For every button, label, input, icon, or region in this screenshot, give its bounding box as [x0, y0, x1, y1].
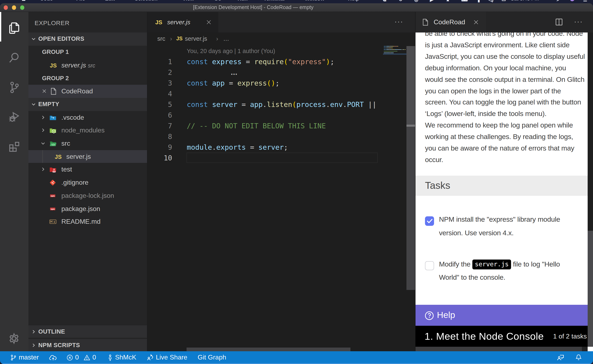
breadcrumbs[interactable]: src›JSserver.js›…	[147, 32, 415, 45]
menu-item-selection[interactable]: Selection	[135, 0, 158, 2]
apple-menu[interactable]	[21, 0, 26, 2]
siri-icon[interactable]	[570, 0, 574, 3]
menu-item-code[interactable]: Code	[40, 0, 53, 2]
activity-item-extensions[interactable]	[0, 132, 28, 161]
git-icon	[49, 179, 56, 186]
webview-vertical-scrollbar-thumb[interactable]	[588, 231, 593, 347]
tab-close-icon[interactable]	[206, 19, 212, 26]
play-icon[interactable]: ▶	[430, 0, 433, 3]
task-checkbox-unchecked[interactable]	[425, 261, 434, 270]
webview-horizontal-scrollbar[interactable]	[415, 347, 588, 351]
battery-icon[interactable]: ▭	[502, 0, 506, 3]
tree-item-node-modules[interactable]: JSnode_modules	[28, 124, 147, 137]
editor-vertical-scrollbar[interactable]	[406, 45, 415, 351]
split-editor-button[interactable]	[555, 18, 563, 28]
code-area[interactable]: You, 20 days ago | 1 author (You)1const …	[147, 45, 415, 351]
menu-item-run[interactable]: Run	[238, 0, 248, 2]
activity-item-settings[interactable]	[0, 324, 28, 353]
open-editor-item-server.js[interactable]: JSserver.js src	[28, 59, 147, 72]
tab-coderoad[interactable]: CodeRoad	[415, 12, 486, 32]
breadcrumb-symbol[interactable]: …	[223, 32, 229, 45]
tree-label: test	[61, 163, 72, 176]
menu-item-help[interactable]: Help	[348, 0, 359, 2]
scroll-thumb-top[interactable]	[406, 46, 415, 125]
menu-clock[interactable]: Sat 3:43 PM	[511, 0, 539, 2]
webview-scrollbar-corner	[588, 347, 593, 351]
status-item-feedback[interactable]	[556, 351, 565, 363]
webview-horizontal-scrollbar-thumb[interactable]	[415, 347, 582, 351]
status-item-0[interactable]: 0	[83, 351, 96, 363]
js-icon: JS	[155, 12, 162, 32]
traffic-close-button[interactable]	[4, 5, 8, 10]
title-bar[interactable]: [Extension Development Host] - CodeRoad …	[0, 3, 593, 12]
activity-item-search[interactable]	[0, 43, 28, 72]
editor-horizontal-scrollbar[interactable]	[186, 348, 350, 351]
minimap[interactable]	[383, 45, 406, 351]
task-checkbox-checked[interactable]	[425, 216, 434, 226]
lesson-bar[interactable]: 1. Meet the Node Console 1 of 2 tasks	[415, 326, 593, 347]
code-text: const app = express();	[187, 78, 280, 88]
section-header-npm-scripts[interactable]: NPM SCRIPTS	[28, 338, 147, 351]
section-header-open-editors[interactable]: OPEN EDITORS	[28, 33, 147, 46]
menu-item-file[interactable]: File	[76, 0, 85, 2]
tree-item-src[interactable]: </>src	[28, 137, 147, 150]
activity-item-run-debug[interactable]	[0, 102, 28, 132]
git-branch-icon	[10, 354, 17, 361]
airplay-icon[interactable]: ▲	[446, 0, 450, 3]
record-circle-icon[interactable]: ◎	[414, 0, 418, 3]
tree-item-package-json[interactable]: npmpackage.json	[28, 202, 147, 215]
section-header-outline[interactable]: OUTLINE	[28, 325, 147, 338]
tree-item-server-js[interactable]: JSserver.js	[28, 150, 147, 163]
status-item-0[interactable]: 0	[66, 351, 79, 363]
window-stack-icon[interactable]: ⧉	[383, 0, 386, 3]
tree-item-test[interactable]: test	[28, 163, 147, 176]
close-editor-icon[interactable]	[41, 88, 48, 95]
tree-item-package-lock-json[interactable]: npmpackage-lock.json	[28, 189, 147, 202]
chevron-right-icon	[31, 342, 36, 348]
tab-server-js[interactable]: JSserver.js	[147, 12, 218, 32]
menu-item-window[interactable]: Window	[305, 0, 325, 2]
status-label: Git Graph	[198, 354, 226, 361]
line-number: 2	[156, 67, 172, 78]
tab-close-icon[interactable]	[473, 19, 479, 26]
minimap-line	[384, 53, 406, 53]
status-item-bell[interactable]	[575, 351, 582, 363]
js-icon: JS	[50, 63, 57, 69]
editor-label: server.js src	[61, 59, 95, 72]
tree-label: .gitignore	[61, 176, 88, 189]
breadcrumb-folder[interactable]: src	[157, 32, 165, 45]
activity-item-explorer[interactable]	[0, 13, 28, 43]
editor-tab-bar: JSserver.js···	[147, 12, 415, 32]
panel-actions-more[interactable]: ···	[574, 12, 583, 32]
tree-item--gitignore[interactable]: .gitignore	[28, 176, 147, 189]
dictation-icon[interactable]: ❚	[477, 0, 480, 3]
menu-item-view[interactable]: View	[182, 0, 194, 2]
panel-tab-bar: CodeRoad···	[415, 12, 593, 32]
keyboard-icon[interactable]: ⌨	[461, 0, 468, 3]
editor-actions-more[interactable]: ···	[394, 12, 403, 32]
tree-item--vscode[interactable]: .vscode	[28, 111, 147, 124]
open-editor-item-coderoad[interactable]: CodeRoad	[28, 85, 147, 98]
control-center-icon[interactable]: ☰	[583, 0, 587, 3]
status-item-master[interactable]: master	[10, 351, 39, 363]
menu-item-edit[interactable]: Edit	[105, 0, 115, 2]
menu-item-go[interactable]: Go	[214, 0, 221, 2]
spotlight-icon[interactable]: ⌕	[557, 0, 559, 3]
traffic-minimize-button[interactable]	[12, 5, 16, 10]
volume-icon[interactable]: ◁)	[488, 0, 493, 3]
webview-vertical-scrollbar[interactable]	[588, 32, 593, 347]
help-button[interactable]: Help	[415, 305, 593, 326]
section-header-empty[interactable]: EMPTY	[28, 98, 147, 111]
status-item-git-graph[interactable]: Git Graph	[198, 351, 226, 363]
tree-item-readme-md[interactable]: README.md	[28, 215, 147, 228]
scroll-track-lower[interactable]	[406, 127, 415, 290]
breadcrumb-file[interactable]: server.js	[185, 32, 207, 45]
traffic-zoom-button[interactable]	[20, 5, 24, 10]
menu-item-terminal[interactable]: Terminal	[264, 0, 285, 2]
status-item-live-share[interactable]: Live Share	[146, 351, 187, 363]
code-chip: server.js	[472, 260, 511, 269]
activity-item-source-control[interactable]	[0, 72, 28, 102]
status-item-shmck[interactable]: ShMcK	[107, 351, 136, 363]
refresh-circle-icon[interactable]: ↻	[399, 0, 402, 3]
status-item-cloud-upload[interactable]	[49, 351, 57, 363]
